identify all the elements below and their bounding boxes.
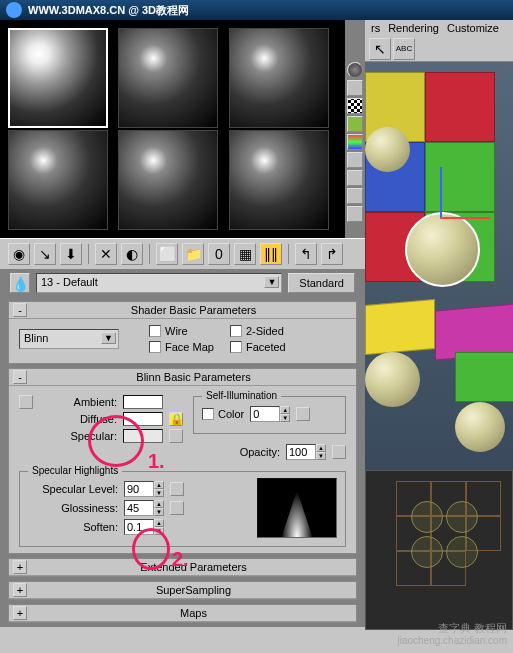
material-sample-grid bbox=[0, 20, 345, 238]
ambient-lock[interactable] bbox=[19, 395, 33, 409]
specular-highlights-group: Specular Highlights Specular Level: ▲▼ G… bbox=[19, 471, 346, 547]
material-sample-3[interactable] bbox=[229, 28, 329, 128]
glossiness-spinner[interactable]: ▲▼ bbox=[124, 500, 164, 516]
rollout-toggle[interactable]: + bbox=[13, 606, 27, 620]
options-icon[interactable] bbox=[347, 170, 363, 186]
rollout-title: Maps bbox=[35, 607, 352, 619]
opacity-map-button[interactable] bbox=[332, 445, 346, 459]
color-checkbox[interactable]: Color bbox=[202, 408, 244, 420]
gizmo-z-axis[interactable] bbox=[440, 167, 442, 217]
put-to-library-icon[interactable]: 📁 bbox=[182, 243, 204, 265]
menu-item[interactable]: rs bbox=[371, 22, 380, 34]
material-sample-2[interactable] bbox=[118, 28, 218, 128]
show-end-result-icon[interactable]: ‖‖ bbox=[260, 243, 282, 265]
video-check-icon[interactable] bbox=[347, 134, 363, 150]
3d-scene bbox=[365, 72, 513, 470]
sample-uv-icon[interactable] bbox=[347, 116, 363, 132]
material-editor-panel: ◉ ↘ ⬇ ✕ ◐ ⬜ 📁 0 ▦ ‖‖ ↰ ↱ 💧 13 - Default … bbox=[0, 20, 365, 627]
menu-item[interactable]: Rendering bbox=[388, 22, 439, 34]
assign-to-sel-icon[interactable]: ⬇ bbox=[60, 243, 82, 265]
abc-icon[interactable]: ABC bbox=[393, 38, 415, 60]
blinn-rollout: -Blinn Basic Parameters Ambient: Diffuse… bbox=[8, 368, 357, 554]
extended-rollout: +Extended Parameters bbox=[8, 558, 357, 577]
wireframe-viewport[interactable] bbox=[365, 470, 513, 630]
material-type-button[interactable]: Standard bbox=[288, 273, 355, 293]
make-copy-icon[interactable]: ◐ bbox=[121, 243, 143, 265]
spec-level-map-button[interactable] bbox=[170, 482, 184, 496]
lock-icon[interactable]: 🔒 bbox=[169, 412, 183, 426]
backlight-icon[interactable] bbox=[347, 80, 363, 96]
material-sample-6[interactable] bbox=[229, 130, 329, 230]
sample-type-icon[interactable] bbox=[347, 62, 363, 78]
rollout-toggle[interactable]: - bbox=[13, 370, 27, 384]
rollout-toggle[interactable]: + bbox=[13, 560, 27, 574]
reset-icon[interactable]: ✕ bbox=[95, 243, 117, 265]
title-bar: WWW.3DMAX8.CN @ 3D教程网 bbox=[0, 0, 513, 20]
material-toolbar: ◉ ↘ ⬇ ✕ ◐ ⬜ 📁 0 ▦ ‖‖ ↰ ↱ bbox=[0, 238, 365, 269]
facemap-checkbox[interactable]: Face Map bbox=[149, 341, 214, 353]
make-unique-icon[interactable]: ⬜ bbox=[156, 243, 178, 265]
pick-material-icon[interactable]: 💧 bbox=[10, 273, 30, 293]
maps-rollout: +Maps bbox=[8, 604, 357, 623]
2sided-checkbox[interactable]: 2-Sided bbox=[230, 325, 295, 337]
highlight-curve bbox=[257, 478, 337, 538]
shader-type-combo[interactable]: Blinn bbox=[19, 329, 119, 349]
get-material-icon[interactable]: ◉ bbox=[8, 243, 30, 265]
rollout-title: Blinn Basic Parameters bbox=[35, 371, 352, 383]
rollout-toggle[interactable]: + bbox=[13, 583, 27, 597]
material-name-input[interactable]: 13 - Default bbox=[36, 273, 282, 293]
mat-map-nav-icon[interactable] bbox=[347, 206, 363, 222]
glossiness-map-button[interactable] bbox=[170, 501, 184, 515]
viewport-toolbar: ↖ ABC bbox=[365, 36, 513, 62]
selfillum-map-button[interactable] bbox=[296, 407, 310, 421]
specular-swatch[interactable] bbox=[123, 429, 163, 443]
supersampling-rollout: +SuperSampling bbox=[8, 581, 357, 600]
gizmo-x-axis[interactable] bbox=[440, 217, 490, 219]
watermark: 查字典 教程网 jiaocheng.chazidian.com bbox=[391, 616, 513, 653]
shader-rollout: -Shader Basic Parameters Blinn Wire 2-Si… bbox=[8, 301, 357, 364]
specular-level-spinner[interactable]: ▲▼ bbox=[124, 481, 164, 497]
go-sibling-icon[interactable]: ↱ bbox=[321, 243, 343, 265]
show-map-icon[interactable]: ▦ bbox=[234, 243, 256, 265]
rollout-title: Extended Parameters bbox=[35, 561, 352, 573]
sample-tools bbox=[345, 20, 365, 238]
app-icon bbox=[6, 2, 22, 18]
go-parent-icon[interactable]: ↰ bbox=[295, 243, 317, 265]
select-icon[interactable]: ↖ bbox=[369, 38, 391, 60]
rollout-title: SuperSampling bbox=[35, 584, 352, 596]
material-id-icon[interactable]: 0 bbox=[208, 243, 230, 265]
material-name-row: 💧 13 - Default Standard bbox=[0, 269, 365, 297]
self-illumination-group: Self-Illumination Color ▲▼ bbox=[193, 396, 346, 434]
specular-map-button[interactable] bbox=[169, 429, 183, 443]
ambient-swatch[interactable] bbox=[123, 395, 163, 409]
color-spinner[interactable]: ▲▼ bbox=[250, 406, 290, 422]
wire-checkbox[interactable]: Wire bbox=[149, 325, 214, 337]
faceted-checkbox[interactable]: Faceted bbox=[230, 341, 295, 353]
material-sample-4[interactable] bbox=[8, 130, 108, 230]
preview-icon[interactable] bbox=[347, 152, 363, 168]
background-icon[interactable] bbox=[347, 98, 363, 114]
menu-item[interactable]: Customize bbox=[447, 22, 499, 34]
rollout-title: Shader Basic Parameters bbox=[35, 304, 352, 316]
perspective-viewport[interactable]: rs Rendering Customize ↖ ABC bbox=[365, 20, 513, 470]
diffuse-swatch[interactable] bbox=[123, 412, 163, 426]
material-sample-1[interactable] bbox=[8, 28, 108, 128]
opacity-spinner[interactable]: ▲▼ bbox=[286, 444, 326, 460]
rollout-toggle[interactable]: - bbox=[13, 303, 27, 317]
soften-spinner[interactable]: ▲▼ bbox=[124, 519, 164, 535]
select-by-mat-icon[interactable] bbox=[347, 188, 363, 204]
material-sample-5[interactable] bbox=[118, 130, 218, 230]
put-to-scene-icon[interactable]: ↘ bbox=[34, 243, 56, 265]
main-menu: rs Rendering Customize bbox=[365, 20, 513, 36]
url-text: WWW.3DMAX8.CN @ 3D教程网 bbox=[28, 3, 189, 18]
